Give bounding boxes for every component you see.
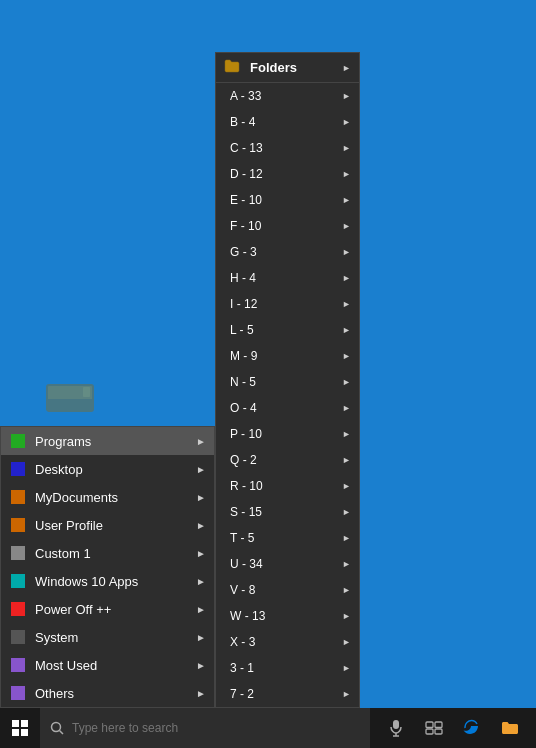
folder-item-arrow: ► [342, 273, 351, 283]
folder-item-arrow: ► [342, 429, 351, 439]
folder-item-arrow: ► [342, 117, 351, 127]
folder-item-label: A - 33 [230, 89, 342, 103]
svg-rect-5 [12, 729, 19, 736]
mydocs-icon [9, 488, 27, 506]
folder-item-r10[interactable]: R - 10► [216, 473, 359, 499]
custom1-arrow: ► [196, 548, 206, 559]
menu-item-custom1[interactable]: Custom 1 ► [1, 539, 214, 567]
poweroff-label: Power Off ++ [35, 602, 196, 617]
desktop-arrow: ► [196, 464, 206, 475]
menu-item-system[interactable]: System ► [1, 623, 214, 651]
folder-item-label: W - 13 [230, 609, 342, 623]
microphone-icon[interactable] [378, 710, 414, 746]
folder-item-label: X - 3 [230, 635, 342, 649]
folder-items-list: A - 33►B - 4►C - 13►D - 12►E - 10►F - 10… [216, 83, 359, 707]
desktop-icon-box [9, 460, 27, 478]
folder-item-b4[interactable]: B - 4► [216, 109, 359, 135]
folder-item-arrow: ► [342, 299, 351, 309]
file-explorer-icon[interactable] [492, 710, 528, 746]
folder-item-arrow: ► [342, 663, 351, 673]
folder-item-d12[interactable]: D - 12► [216, 161, 359, 187]
folders-header-arrow: ► [342, 63, 351, 73]
folder-item-f10[interactable]: F - 10► [216, 213, 359, 239]
userprofile-arrow: ► [196, 520, 206, 531]
menu-item-mydocuments[interactable]: MyDocuments ► [1, 483, 214, 511]
folder-item-e10[interactable]: E - 10► [216, 187, 359, 213]
folder-item-v8[interactable]: V - 8► [216, 577, 359, 603]
folder-item-label: G - 3 [230, 245, 342, 259]
folder-item-label: S - 15 [230, 505, 342, 519]
menu-item-others[interactable]: Others ► [1, 679, 214, 707]
folder-item-label: 7 - 2 [230, 687, 342, 701]
search-icon [50, 721, 64, 735]
userprofile-icon [9, 516, 27, 534]
folder-item-arrow: ► [342, 143, 351, 153]
programs-label: Programs [35, 434, 196, 449]
others-icon [9, 684, 27, 702]
programs-arrow: ► [196, 436, 206, 447]
folder-item-c13[interactable]: C - 13► [216, 135, 359, 161]
folder-item-label: M - 9 [230, 349, 342, 363]
folder-item-a33[interactable]: A - 33► [216, 83, 359, 109]
folder-item-label: F - 10 [230, 219, 342, 233]
folder-item-72[interactable]: 7 - 2► [216, 681, 359, 707]
folder-item-u34[interactable]: U - 34► [216, 551, 359, 577]
system-label: System [35, 630, 196, 645]
folder-item-t5[interactable]: T - 5► [216, 525, 359, 551]
folder-item-arrow: ► [342, 351, 351, 361]
mostused-arrow: ► [196, 660, 206, 671]
folder-item-arrow: ► [342, 195, 351, 205]
svg-rect-1 [47, 399, 93, 411]
folder-item-label: B - 4 [230, 115, 342, 129]
menu-item-userprofile[interactable]: User Profile ► [1, 511, 214, 539]
folder-item-h4[interactable]: H - 4► [216, 265, 359, 291]
userprofile-label: User Profile [35, 518, 196, 533]
folder-item-label: V - 8 [230, 583, 342, 597]
folder-item-arrow: ► [342, 611, 351, 621]
folder-item-n5[interactable]: N - 5► [216, 369, 359, 395]
folder-item-label: N - 5 [230, 375, 342, 389]
desktop-drive-icon [42, 375, 97, 420]
svg-rect-3 [12, 720, 19, 727]
task-view-icon[interactable] [416, 710, 452, 746]
folder-item-m9[interactable]: M - 9► [216, 343, 359, 369]
folder-item-s15[interactable]: S - 15► [216, 499, 359, 525]
folder-item-g3[interactable]: G - 3► [216, 239, 359, 265]
svg-rect-13 [435, 722, 442, 728]
edge-icon[interactable] [454, 710, 490, 746]
start-button[interactable] [0, 708, 40, 748]
folders-title: Folders [250, 60, 297, 75]
folder-item-x3[interactable]: X - 3► [216, 629, 359, 655]
taskbar-search-box[interactable] [40, 708, 370, 748]
folder-item-arrow: ► [342, 377, 351, 387]
folder-item-w13[interactable]: W - 13► [216, 603, 359, 629]
folders-submenu: Folders ► A - 33►B - 4►C - 13►D - 12►E -… [215, 52, 360, 708]
folder-item-l5[interactable]: L - 5► [216, 317, 359, 343]
folder-item-o4[interactable]: O - 4► [216, 395, 359, 421]
folder-item-label: U - 34 [230, 557, 342, 571]
folder-item-arrow: ► [342, 585, 351, 595]
menu-item-programs[interactable]: Programs ► [1, 427, 214, 455]
folder-item-label: 3 - 1 [230, 661, 342, 675]
search-input[interactable] [72, 721, 360, 735]
svg-rect-4 [21, 720, 28, 727]
svg-rect-2 [83, 387, 90, 397]
taskbar-right-icons [370, 710, 536, 746]
svg-rect-9 [393, 720, 399, 729]
folder-item-i12[interactable]: I - 12► [216, 291, 359, 317]
menu-item-mostused[interactable]: Most Used ► [1, 651, 214, 679]
menu-item-poweroff[interactable]: Power Off ++ ► [1, 595, 214, 623]
svg-rect-12 [426, 722, 433, 728]
svg-rect-15 [435, 729, 442, 734]
menu-item-win10apps[interactable]: Windows 10 Apps ► [1, 567, 214, 595]
menu-item-desktop[interactable]: Desktop ► [1, 455, 214, 483]
folder-item-31[interactable]: 3 - 1► [216, 655, 359, 681]
folder-item-q2[interactable]: Q - 2► [216, 447, 359, 473]
svg-point-7 [52, 723, 61, 732]
desktop: Programs ► Desktop ► MyDocuments ► User … [0, 0, 536, 748]
folder-item-label: T - 5 [230, 531, 342, 545]
poweroff-icon [9, 600, 27, 618]
folder-item-arrow: ► [342, 91, 351, 101]
folder-item-p10[interactable]: P - 10► [216, 421, 359, 447]
system-icon [9, 628, 27, 646]
